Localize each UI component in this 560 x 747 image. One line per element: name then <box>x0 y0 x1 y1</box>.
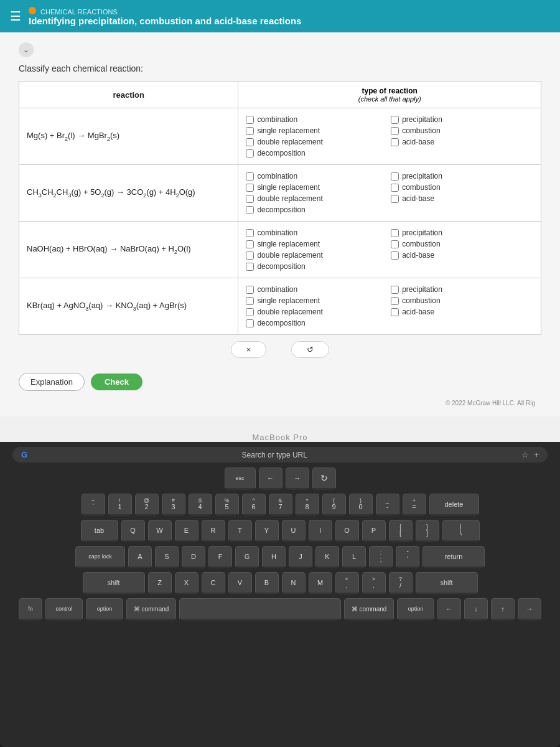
checkbox-precipitation-2[interactable] <box>391 172 399 181</box>
checkbox-single-2[interactable] <box>246 184 254 192</box>
option-double-1[interactable]: double replacement <box>246 137 388 147</box>
key-option-left[interactable]: option <box>86 598 123 621</box>
checkbox-single-4[interactable] <box>246 297 254 305</box>
key-w[interactable]: W <box>148 520 172 542</box>
option-single-3[interactable]: single replacement <box>246 239 388 249</box>
key-7[interactable]: &7 <box>269 494 292 516</box>
option-decomp-1[interactable]: decomposition <box>246 148 388 158</box>
clear-button[interactable]: × <box>231 341 267 358</box>
checkbox-double-1[interactable] <box>246 138 254 146</box>
option-acidbase-4[interactable]: acid-base <box>391 307 533 317</box>
option-single-2[interactable]: single replacement <box>246 182 388 192</box>
key-o[interactable]: O <box>335 520 359 542</box>
option-combination-4[interactable]: combination <box>246 284 388 294</box>
key-delete[interactable]: delete <box>429 494 479 516</box>
checkbox-combination-4[interactable] <box>246 286 254 294</box>
key-g[interactable]: G <box>235 546 259 568</box>
key-quote[interactable]: "' <box>396 546 419 568</box>
key-rbracket[interactable]: }] <box>416 520 439 542</box>
key-back[interactable]: ← <box>259 467 282 490</box>
key-command-left[interactable]: ⌘ command <box>126 598 176 621</box>
option-acidbase-3[interactable]: acid-base <box>391 250 533 260</box>
checkbox-decomp-3[interactable] <box>246 263 254 271</box>
key-lbracket[interactable]: {[ <box>389 520 413 542</box>
key-f[interactable]: F <box>208 546 232 568</box>
checkbox-decomp-1[interactable] <box>246 149 254 157</box>
checkbox-acidbase-4[interactable] <box>391 308 399 316</box>
key-8[interactable]: *8 <box>296 494 319 516</box>
key-slash[interactable]: ?/ <box>389 572 413 594</box>
key-backslash[interactable]: |\ <box>442 520 480 542</box>
option-decomp-2[interactable]: decomposition <box>246 205 388 215</box>
option-precipitation-2[interactable]: precipitation <box>391 171 533 181</box>
key-i[interactable]: I <box>309 520 332 542</box>
key-arrow-left[interactable]: ← <box>437 598 461 621</box>
key-e[interactable]: E <box>175 520 198 542</box>
checkbox-combination-1[interactable] <box>246 116 254 124</box>
key-r[interactable]: R <box>202 520 225 542</box>
checkbox-single-3[interactable] <box>246 240 254 248</box>
option-combustion-3[interactable]: combustion <box>391 239 533 249</box>
key-control[interactable]: control <box>45 598 83 621</box>
key-c[interactable]: C <box>202 572 225 594</box>
key-4[interactable]: $4 <box>189 494 212 516</box>
key-p[interactable]: P <box>362 520 386 542</box>
key-n[interactable]: N <box>282 572 306 594</box>
key-v[interactable]: V <box>228 572 252 594</box>
checkbox-decomp-4[interactable] <box>246 319 254 327</box>
key-command-right[interactable]: ⌘ command <box>344 598 394 621</box>
key-t[interactable]: T <box>228 520 252 542</box>
key-fn[interactable]: fn <box>19 598 42 621</box>
reset-button[interactable]: ↺ <box>291 341 329 358</box>
key-b[interactable]: B <box>255 572 279 594</box>
explanation-button[interactable]: Explanation <box>19 373 85 391</box>
option-acidbase-1[interactable]: acid-base <box>391 137 533 147</box>
key-shift-left[interactable]: shift <box>83 572 145 594</box>
option-precipitation-3[interactable]: precipitation <box>391 228 533 238</box>
checkbox-precipitation-3[interactable] <box>391 229 399 237</box>
key-caps[interactable]: caps lock <box>75 546 125 568</box>
key-a[interactable]: A <box>128 546 152 568</box>
key-arrow-down[interactable]: ↓ <box>464 598 488 621</box>
key-period[interactable]: >. <box>362 572 386 594</box>
key-l[interactable]: L <box>342 546 366 568</box>
option-single-4[interactable]: single replacement <box>246 296 388 306</box>
checkbox-precipitation-1[interactable] <box>391 116 399 124</box>
url-bar[interactable]: G Search or type URL ☆ + <box>12 447 548 463</box>
collapse-button[interactable]: ⌄ <box>19 42 34 57</box>
key-backtick[interactable]: ~` <box>82 494 105 516</box>
option-combination-2[interactable]: combination <box>246 171 388 181</box>
option-combination-1[interactable]: combination <box>246 115 388 125</box>
key-space[interactable] <box>179 598 341 621</box>
checkbox-combustion-4[interactable] <box>391 297 399 305</box>
key-m[interactable]: M <box>309 572 332 594</box>
checkbox-double-3[interactable] <box>246 251 254 260</box>
key-5[interactable]: %5 <box>215 494 239 516</box>
checkbox-combustion-2[interactable] <box>391 184 399 192</box>
key-minus[interactable]: _- <box>376 494 399 516</box>
checkbox-decomp-2[interactable] <box>246 206 254 214</box>
key-option-right[interactable]: option <box>397 598 434 621</box>
option-combustion-4[interactable]: combustion <box>391 296 533 306</box>
key-k[interactable]: K <box>315 546 339 568</box>
key-tab[interactable]: tab <box>81 520 118 542</box>
checkbox-double-2[interactable] <box>246 195 254 203</box>
key-refresh[interactable]: ↻ <box>312 467 336 490</box>
option-single-1[interactable]: single replacement <box>246 126 388 136</box>
key-s[interactable]: S <box>155 546 179 568</box>
checkbox-precipitation-4[interactable] <box>391 286 399 294</box>
key-equals[interactable]: += <box>403 494 426 516</box>
option-combustion-2[interactable]: combustion <box>391 182 533 192</box>
key-return[interactable]: return <box>422 546 485 568</box>
key-esc[interactable]: esc <box>225 467 256 490</box>
key-semicolon[interactable]: :; <box>369 546 393 568</box>
key-u[interactable]: U <box>282 520 306 542</box>
option-acidbase-2[interactable]: acid-base <box>391 194 533 204</box>
checkbox-single-1[interactable] <box>246 127 254 135</box>
key-y[interactable]: Y <box>255 520 279 542</box>
checkbox-combustion-3[interactable] <box>391 240 399 248</box>
key-j[interactable]: J <box>289 546 312 568</box>
key-comma[interactable]: <, <box>335 572 359 594</box>
option-decomp-4[interactable]: decomposition <box>246 318 388 328</box>
checkbox-acidbase-2[interactable] <box>391 195 399 203</box>
